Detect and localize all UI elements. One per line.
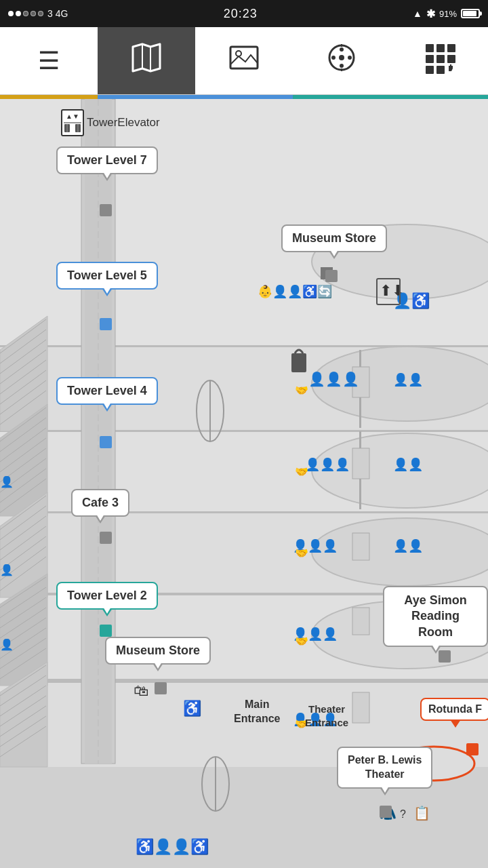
svg-rect-91 [291,353,306,372]
status-bar: 3 4G 20:23 ▲ ✱ 91% [0,0,488,27]
map-icon [130,41,163,80]
bluetooth-icon: ✱ [426,7,435,20]
svg-point-7 [340,47,344,52]
svg-rect-84 [352,533,369,560]
svg-rect-14 [436,44,445,52]
svg-rect-16 [426,55,434,63]
svg-text:👤: 👤 [0,638,14,651]
elevator-icon: ▲▼ [61,109,84,136]
svg-point-8 [340,64,344,68]
svg-point-10 [348,56,352,60]
label-peter-lewis[interactable]: Peter B. LewisTheater [337,747,432,789]
svg-marker-0 [133,44,160,71]
svg-point-9 [331,56,336,60]
label-main-entrance[interactable]: MainEntrance [234,698,280,726]
dot-rotunda [466,743,479,755]
label-tower4[interactable]: Tower Level 4 [56,377,158,405]
label-theater-entrance[interactable]: TheaterEntrance [305,703,348,729]
dot-peter-lewis [380,806,392,818]
svg-text:👶👤👤♿🔄: 👶👤👤♿🔄 [258,284,333,299]
svg-rect-18 [447,55,455,63]
nav-menu[interactable]: ☰ [0,27,98,94]
signal-dots [8,11,43,16]
signal-dot-2 [16,11,21,16]
svg-rect-15 [447,44,455,52]
svg-text:🤝: 🤝 [295,384,308,397]
label-tower7[interactable]: Tower Level 7 [56,146,158,174]
time-display: 20:23 [224,7,258,21]
dot-museum-store-extra [156,682,165,692]
dot-tower2 [100,625,112,637]
svg-rect-19 [426,66,434,74]
svg-rect-17 [436,55,445,63]
dot-tower4 [100,436,112,448]
nav-locator[interactable] [293,27,390,94]
map-container: 👤👤👤 👤👤👤 👤👤👤 👤👤👤 👤👤👤 👤♿ 👤👤 👤👤 👤👤 👤👤 ♿👤👤♿ … [0,99,488,868]
svg-text:👤👤👤: 👤👤👤 [308,371,359,387]
svg-rect-24 [0,679,488,683]
svg-text:♿👤👤♿: ♿👤👤♿ [136,837,209,856]
accent-bar-yellow [0,95,98,99]
gallery-icon [228,41,260,80]
wheelchair-icon: ♿ [183,700,201,717]
svg-text:📋: 📋 [413,805,430,821]
status-right: ▲ ✱ 91% [413,7,480,20]
svg-text:👤👤👤: 👤👤👤 [305,457,350,472]
elevator-label: ▲▼ TowerElevator [61,109,160,136]
accent-bar-blue [98,95,293,99]
nav-gallery[interactable] [195,27,293,94]
svg-rect-20 [436,66,445,74]
svg-point-6 [339,55,344,60]
dot-museum-store-top [325,270,338,282]
label-museum-store-bottom[interactable]: Museum Store [105,637,211,665]
signal-dot-3 [23,11,28,16]
battery-percent: 91% [439,9,457,19]
svg-text:👤👤: 👤👤 [393,372,424,387]
label-rotunda[interactable]: Rotunda F [420,698,488,721]
grid-icon [423,41,455,80]
svg-text:👤: 👤 [0,475,14,488]
bag-icon: 🛍 [134,682,148,700]
status-left: 3 4G [8,8,68,19]
locator-icon [325,41,358,80]
dot-aye-simon [439,650,451,663]
svg-text:👤: 👤 [0,564,14,576]
svg-text:▲▼: ▲▼ [66,113,79,120]
elevator-text: TowerElevator [87,116,160,130]
label-aye-simon[interactable]: Aye Simon Reading Room [383,586,488,647]
svg-rect-83 [352,448,369,479]
svg-text:🤝: 🤝 [295,465,308,478]
label-museum-store-top[interactable]: Museum Store [281,224,387,252]
network-type: 3 4G [47,8,68,19]
accent-bar-teal [293,95,488,99]
svg-text:👤👤: 👤👤 [393,457,424,472]
nav-grid[interactable] [390,27,488,94]
signal-dot-5 [38,11,43,16]
svg-text:🤝: 🤝 [295,635,308,648]
dot-tower5 [100,318,112,330]
dot-cafe3 [100,532,112,544]
battery-icon [461,9,480,18]
svg-text:👤👤: 👤👤 [393,538,424,553]
label-tower2[interactable]: Tower Level 2 [56,582,158,610]
battery-fill [463,11,476,16]
svg-text:🤝: 🤝 [295,547,308,559]
svg-rect-85 [352,608,369,635]
label-tower5[interactable]: Tower Level 5 [56,262,158,290]
nav-bar: ☰ [0,27,488,95]
svg-rect-13 [426,44,434,52]
svg-rect-86 [352,692,369,723]
signal-dot-1 [8,11,14,16]
svg-text:?: ? [400,808,406,820]
signal-dot-4 [30,11,36,16]
nav-map[interactable] [98,27,195,94]
location-icon: ▲ [413,8,422,19]
label-cafe3[interactable]: Cafe 3 [71,489,129,517]
dot-tower7 [100,204,112,216]
menu-icon: ☰ [38,47,60,75]
